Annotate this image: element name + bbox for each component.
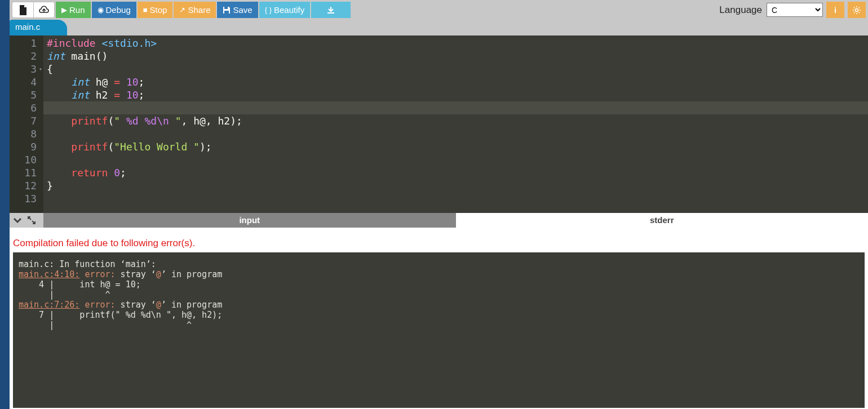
run-label: Run	[69, 5, 85, 15]
tab-filename: main.c	[15, 22, 40, 32]
upload-icon	[39, 6, 49, 15]
code-line	[47, 127, 865, 140]
run-button[interactable]: ▶ Run	[56, 2, 91, 18]
code-line: return 0;	[47, 166, 865, 179]
gear-icon	[852, 6, 861, 15]
play-icon: ▶	[61, 6, 67, 14]
file-button-group	[12, 2, 55, 18]
line-number: 8	[10, 127, 41, 140]
line-number: 12	[10, 179, 41, 192]
stderr-line: main.c: In function ‘main’:	[19, 259, 859, 269]
svg-rect-0	[224, 7, 228, 9]
debug-icon: ◉	[98, 6, 104, 14]
line-number: 4	[10, 75, 41, 88]
language-label: Language	[719, 5, 762, 16]
line-number: 7	[10, 114, 41, 127]
chevron-down-icon	[13, 217, 22, 224]
stderr-line: 4 | int h@ = 10;	[19, 279, 859, 290]
output-tab-input[interactable]: input	[43, 213, 456, 228]
save-label: Save	[233, 5, 252, 15]
code-line	[47, 101, 865, 114]
tab-main-c[interactable]: main.c	[10, 20, 67, 35]
svg-rect-1	[224, 11, 229, 14]
code-area[interactable]: #include <stdio.h>int main(){ int h@ = 1…	[43, 35, 868, 213]
output-tab-input-label: input	[239, 215, 260, 225]
stderr-line: | ^	[19, 290, 859, 300]
file-icon	[19, 5, 28, 15]
line-number: 2	[10, 50, 41, 63]
language-select[interactable]: C	[767, 3, 823, 17]
save-icon	[223, 6, 231, 14]
line-number: 11	[10, 166, 41, 179]
fullscreen-output-button[interactable]	[28, 216, 36, 224]
new-file-button[interactable]	[12, 2, 33, 18]
stderr-line: | ^	[19, 320, 859, 330]
collapse-output-button[interactable]	[13, 217, 22, 224]
line-number: 9	[10, 140, 41, 153]
stop-label: Stop	[150, 5, 167, 15]
line-number: 13	[10, 192, 41, 205]
code-line: #include <stdio.h>	[47, 37, 865, 50]
download-button[interactable]	[311, 2, 351, 18]
left-edge-strip	[0, 0, 10, 409]
output-tab-bar: input stderr	[10, 213, 868, 228]
download-icon	[327, 6, 335, 14]
code-line: int h2 = 10;	[47, 88, 865, 101]
share-icon: ↗	[179, 6, 185, 14]
code-line	[47, 153, 865, 166]
stop-icon: ■	[143, 6, 148, 14]
stop-button[interactable]: ■ Stop	[138, 2, 173, 18]
save-button[interactable]: Save	[217, 2, 258, 18]
line-number: 10	[10, 153, 41, 166]
code-line	[47, 192, 865, 205]
code-line: int h@ = 10;	[47, 75, 865, 88]
info-icon: i	[834, 6, 836, 15]
share-label: Share	[188, 5, 210, 15]
upload-button[interactable]	[33, 2, 55, 18]
line-number: 5	[10, 88, 41, 101]
info-button[interactable]: i	[826, 2, 844, 18]
debug-button[interactable]: ◉ Debug	[92, 2, 136, 18]
code-line: {	[47, 63, 865, 75]
line-number-gutter: 12345678910111213	[10, 35, 43, 213]
code-line: printf(" %d %d\n ", h@, h2);	[47, 114, 865, 127]
output-tab-stderr-label: stderr	[650, 215, 674, 225]
output-controls	[10, 213, 43, 228]
braces-icon: { }	[265, 6, 272, 14]
stderr-line: main.c:4:10: error: stray ‘@’ in program	[19, 269, 859, 279]
debug-label: Debug	[106, 5, 131, 15]
code-line: int main()	[47, 50, 865, 63]
share-button[interactable]: ↗ Share	[174, 2, 216, 18]
output-panel: Compilation failed due to following erro…	[10, 228, 868, 409]
beautify-button[interactable]: { } Beautify	[259, 2, 311, 18]
file-tab-bar: main.c	[10, 20, 868, 35]
code-line: printf("Hello World ");	[47, 140, 865, 153]
settings-button[interactable]	[848, 2, 866, 18]
svg-point-2	[856, 8, 858, 11]
line-number: 1	[10, 37, 41, 50]
beautify-label: Beautify	[274, 5, 304, 15]
stderr-output[interactable]: main.c: In function ‘main’:main.c:4:10: …	[13, 252, 865, 408]
toolbar: ▶ Run ◉ Debug ■ Stop ↗ Share Save { } Be…	[10, 0, 868, 20]
stderr-line: 7 | printf(" %d %d\n ", h@, h2);	[19, 310, 859, 320]
compile-error-heading: Compilation failed due to following erro…	[13, 231, 865, 252]
code-line: }	[47, 179, 865, 192]
output-tab-stderr[interactable]: stderr	[456, 213, 869, 228]
line-number: 3	[10, 63, 41, 75]
line-number: 6	[10, 101, 41, 114]
expand-icon	[28, 216, 36, 224]
stderr-line: main.c:7:26: error: stray ‘@’ in program	[19, 300, 859, 310]
code-editor[interactable]: 12345678910111213 #include <stdio.h>int …	[10, 35, 868, 213]
